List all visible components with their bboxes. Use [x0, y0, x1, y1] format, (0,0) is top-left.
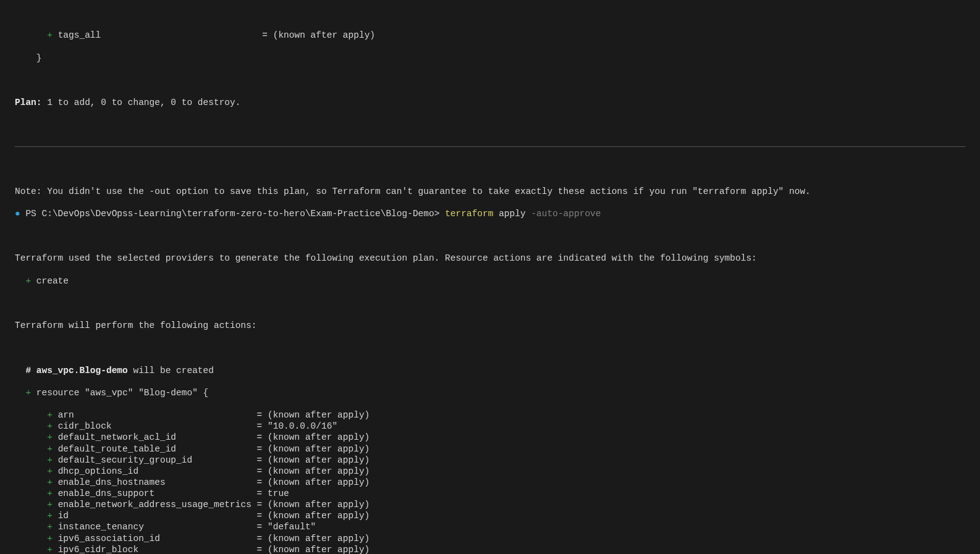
attr-row: + default_route_table_id = (known after …: [0, 443, 980, 455]
plan-line: Plan: 1 to add, 0 to change, 0 to destro…: [0, 97, 980, 108]
divider: [15, 146, 965, 147]
close-brace: }: [0, 52, 980, 64]
attr-value: (known after apply): [273, 30, 375, 40]
plus-icon: +: [47, 534, 53, 544]
attr-value: "default": [268, 522, 316, 532]
attr-value: (known after apply): [268, 477, 370, 487]
attr-row: + ipv6_cidr_block = (known after apply): [0, 544, 980, 554]
attr-name: enable_dns_support: [58, 489, 257, 498]
attr-name: cidr_block: [58, 421, 257, 431]
plus-icon: +: [47, 410, 53, 420]
plus-icon: +: [47, 522, 53, 532]
resource-attrs: + arn = (known after apply) + cidr_block…: [0, 409, 980, 554]
attr-name: enable_dns_hostnames: [58, 477, 257, 487]
cmd-terraform: terraform: [445, 209, 493, 219]
attr-value: (known after apply): [268, 455, 370, 465]
attr-row: + enable_dns_support = true: [0, 488, 980, 499]
comment-suffix: will be created: [128, 366, 214, 376]
plus-icon: +: [47, 489, 53, 498]
plus-icon: +: [47, 432, 53, 442]
plus-icon: +: [47, 30, 53, 40]
resource-open-text: resource "aws_vpc" "Blog-demo" {: [31, 388, 208, 398]
attr-name: tags_all: [58, 30, 101, 41]
attr-value: (known after apply): [268, 466, 370, 476]
attr-row: + enable_dns_hostnames = (known after ap…: [0, 477, 980, 488]
attr-row: + arn = (known after apply): [0, 409, 980, 421]
comment-prefix: #: [15, 366, 36, 376]
attr-name: ipv6_association_id: [58, 534, 257, 544]
attr-name: ipv6_cidr_block: [58, 545, 257, 554]
attr-value: (known after apply): [268, 444, 370, 454]
attr-value: (known after apply): [268, 410, 370, 420]
plus-icon: +: [25, 388, 31, 398]
ps-label: PS: [25, 209, 36, 219]
create-symbol-line: + create: [0, 275, 980, 287]
prompt-line-1: ● PS C:\DevOps\DevOpss-Learning\terrafor…: [0, 208, 980, 219]
intro-line-1: Terraform used the selected providers to…: [0, 253, 980, 264]
plus-icon: +: [47, 466, 53, 476]
attr-name: id: [58, 511, 257, 521]
attr-row-tagsall: + tags_all = (known after apply): [0, 30, 980, 41]
attr-name: default_network_acl_id: [58, 432, 257, 442]
attr-row: + default_network_acl_id = (known after …: [0, 432, 980, 443]
attr-value: (known after apply): [268, 500, 370, 510]
attr-row: + dhcp_options_id = (known after apply): [0, 466, 980, 477]
attr-name: default_security_group_id: [58, 455, 257, 465]
attr-row: + ipv6_association_id = (known after app…: [0, 533, 980, 544]
resource-open: + resource "aws_vpc" "Blog-demo" {: [0, 387, 980, 398]
attr-pad: [101, 30, 256, 40]
plus-icon: +: [47, 477, 53, 487]
plus-icon: +: [47, 511, 53, 521]
cmd-apply: apply: [493, 209, 531, 219]
attr-name: dhcp_options_id: [58, 466, 257, 476]
note-line: Note: You didn't use the -out option to …: [0, 186, 980, 197]
blank: [0, 342, 980, 353]
attr-name: arn: [58, 410, 257, 420]
attr-name: default_route_table_id: [58, 444, 257, 454]
resource-comment: # aws_vpc.Blog-demo will be created: [0, 365, 980, 376]
attr-row: + instance_tenancy = "default": [0, 521, 980, 532]
plus-icon: +: [47, 421, 53, 431]
plus-icon: +: [47, 545, 53, 554]
terminal-output[interactable]: + tags_all = (known after apply) } Plan:…: [0, 0, 980, 554]
blank: [0, 230, 980, 241]
cmd-flag: -auto-approve: [531, 209, 601, 219]
plus-icon: +: [47, 500, 53, 510]
plan-label: Plan:: [15, 98, 42, 107]
attr-name: enable_network_address_usage_metrics: [58, 500, 257, 510]
plus-icon: +: [47, 455, 53, 465]
attr-row: + id = (known after apply): [0, 510, 980, 521]
blank: [0, 75, 980, 86]
attr-value: (known after apply): [268, 534, 370, 544]
attr-value: (known after apply): [268, 511, 370, 521]
create-label: create: [36, 276, 69, 286]
attr-row: + enable_network_address_usage_metrics =…: [0, 499, 980, 510]
attr-name: instance_tenancy: [58, 522, 257, 532]
plus-icon: +: [47, 444, 53, 454]
attr-value: true: [268, 489, 289, 498]
attr-value: (known after apply): [268, 432, 370, 442]
intro-line-2: Terraform will perform the following act…: [0, 320, 980, 331]
attr-value: "10.0.0.0/16": [268, 421, 337, 431]
attr-row: + cidr_block = "10.0.0.0/16": [0, 421, 980, 432]
comment-name: aws_vpc.Blog-demo: [36, 366, 128, 376]
attr-row: + default_security_group_id = (known aft…: [0, 455, 980, 466]
blank: [0, 298, 980, 309]
prompt-path: C:\DevOps\DevOpss-Learning\terraform-zer…: [36, 209, 445, 219]
plus-icon: +: [25, 276, 31, 286]
plan-text: 1 to add, 0 to change, 0 to destroy.: [42, 98, 241, 107]
attr-value: (known after apply): [268, 545, 370, 554]
prompt-bullet-icon: ●: [15, 209, 20, 219]
